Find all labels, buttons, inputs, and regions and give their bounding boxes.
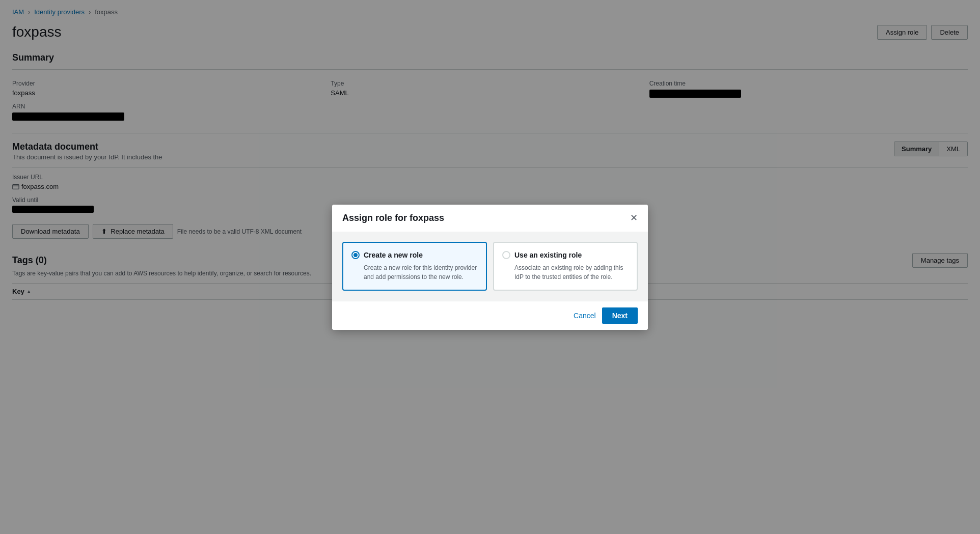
- create-new-role-title: Create a new role: [364, 251, 423, 259]
- cancel-button[interactable]: Cancel: [574, 312, 596, 320]
- use-existing-role-header: Use an existing role: [502, 251, 629, 259]
- use-existing-role-radio[interactable]: [502, 251, 510, 259]
- create-new-role-option[interactable]: Create a new role Create a new role for …: [342, 242, 487, 291]
- create-new-role-header: Create a new role: [351, 251, 478, 259]
- create-new-role-radio[interactable]: [351, 251, 360, 259]
- create-new-role-desc: Create a new role for this identity prov…: [351, 263, 478, 282]
- modal-backdrop: Assign role for foxpass ✕ Create a new r…: [0, 0, 980, 534]
- modal-header: Assign role for foxpass ✕: [332, 205, 648, 232]
- use-existing-role-desc: Associate an existing role by adding thi…: [502, 263, 629, 282]
- modal-footer: Cancel Next: [332, 301, 648, 330]
- assign-role-modal: Assign role for foxpass ✕ Create a new r…: [332, 205, 648, 330]
- use-existing-role-option[interactable]: Use an existing role Associate an existi…: [493, 242, 638, 291]
- use-existing-role-title: Use an existing role: [514, 251, 582, 259]
- next-button[interactable]: Next: [602, 307, 638, 324]
- modal-body: Create a new role Create a new role for …: [332, 232, 648, 301]
- modal-close-button[interactable]: ✕: [630, 213, 638, 222]
- modal-title: Assign role for foxpass: [342, 213, 444, 223]
